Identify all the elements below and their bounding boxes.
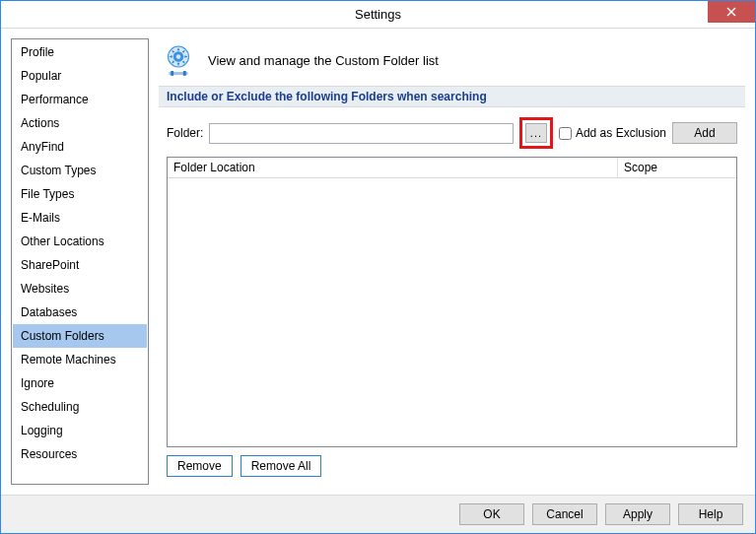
title-bar: Settings xyxy=(1,1,755,29)
sidebar-item-logging[interactable]: Logging xyxy=(13,419,147,442)
sidebar-item-custom-folders[interactable]: Custom Folders xyxy=(13,324,147,348)
exclusion-checkbox[interactable] xyxy=(559,127,572,140)
folders-table[interactable]: Folder Location Scope xyxy=(167,157,737,447)
folder-row: Folder: ... Add as Exclusion Add xyxy=(159,107,745,157)
table-header: Folder Location Scope xyxy=(168,158,736,178)
window-title: Settings xyxy=(355,7,401,22)
sidebar-item-anyfind[interactable]: AnyFind xyxy=(13,135,147,159)
window-body: ProfilePopularPerformanceActionsAnyFindC… xyxy=(1,29,755,495)
add-button[interactable]: Add xyxy=(672,122,737,144)
ok-button[interactable]: OK xyxy=(459,503,524,525)
sidebar-item-sharepoint[interactable]: SharePoint xyxy=(13,253,147,277)
sidebar-item-profile[interactable]: Profile xyxy=(13,40,147,64)
browse-highlight: ... xyxy=(519,117,553,149)
sidebar-item-scheduling[interactable]: Scheduling xyxy=(13,395,147,419)
add-as-exclusion[interactable]: Add as Exclusion xyxy=(559,126,666,140)
settings-window: Settings ProfilePopularPerformanceAction… xyxy=(0,0,756,534)
apply-button[interactable]: Apply xyxy=(605,503,670,525)
remove-all-button[interactable]: Remove All xyxy=(241,455,322,477)
folder-input[interactable] xyxy=(209,123,514,144)
browse-button[interactable]: ... xyxy=(525,123,547,143)
svg-rect-7 xyxy=(183,71,186,76)
sidebar-item-e-mails[interactable]: E-Mails xyxy=(13,206,147,230)
sidebar-item-popular[interactable]: Popular xyxy=(13,64,147,88)
table-body xyxy=(168,178,736,446)
panel-title: View and manage the Custom Folder list xyxy=(208,53,439,68)
sidebar-item-ignore[interactable]: Ignore xyxy=(13,371,147,395)
svg-rect-6 xyxy=(171,71,173,76)
sidebar-item-databases[interactable]: Databases xyxy=(13,300,147,324)
sidebar-item-file-types[interactable]: File Types xyxy=(13,182,147,206)
sidebar-item-actions[interactable]: Actions xyxy=(13,111,147,135)
sidebar-item-performance[interactable]: Performance xyxy=(13,88,147,111)
section-banner: Include or Exclude the following Folders… xyxy=(159,86,745,107)
svg-point-4 xyxy=(176,54,181,59)
sidebar-item-custom-types[interactable]: Custom Types xyxy=(13,159,147,182)
col-scope[interactable]: Scope xyxy=(618,158,736,177)
folder-label: Folder: xyxy=(167,126,203,140)
main-panel: View and manage the Custom Folder list I… xyxy=(159,38,745,485)
panel-header: View and manage the Custom Folder list xyxy=(159,38,745,86)
close-button[interactable] xyxy=(708,1,755,23)
sidebar-item-resources[interactable]: Resources xyxy=(13,442,147,466)
table-actions: Remove Remove All xyxy=(159,447,745,485)
close-icon xyxy=(726,7,736,17)
help-button[interactable]: Help xyxy=(678,503,743,525)
sidebar-item-other-locations[interactable]: Other Locations xyxy=(13,230,147,253)
sidebar-item-websites[interactable]: Websites xyxy=(13,277,147,300)
remove-button[interactable]: Remove xyxy=(167,455,233,477)
settings-sidebar[interactable]: ProfilePopularPerformanceActionsAnyFindC… xyxy=(11,38,149,485)
dialog-footer: OK Cancel Apply Help xyxy=(1,495,755,533)
gear-icon xyxy=(163,44,194,76)
cancel-button[interactable]: Cancel xyxy=(532,503,597,525)
col-folder-location[interactable]: Folder Location xyxy=(168,158,618,177)
exclusion-label: Add as Exclusion xyxy=(576,126,666,140)
sidebar-item-remote-machines[interactable]: Remote Machines xyxy=(13,348,147,371)
